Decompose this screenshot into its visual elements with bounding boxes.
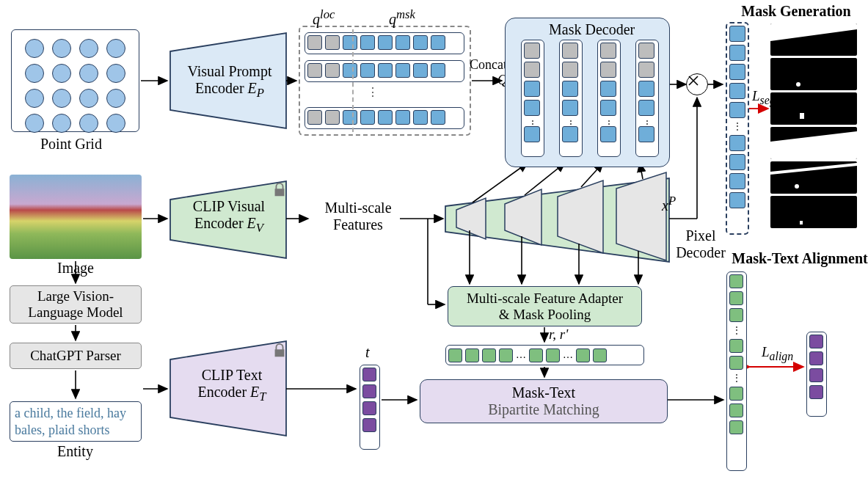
svg-marker-43 (770, 23, 857, 41)
pixel-decoder-shape (445, 178, 669, 262)
lvlm-box: Large Vision-Language Model (10, 285, 142, 324)
mask-text-matching: Mask-Text Bipartite Matching (420, 379, 668, 423)
svg-marker-5 (558, 180, 603, 253)
svg-rect-45 (800, 113, 804, 119)
clip-text-label: CLIP Text Encoder ET (181, 367, 282, 404)
msfeat-label: Multi-scaleFeatures (314, 200, 402, 233)
lock-icon (271, 182, 288, 198)
point-grid (11, 29, 139, 132)
clip-visual-label: CLIP Visual Encoder EV (178, 198, 280, 235)
svg-rect-49 (800, 221, 803, 224)
lock-icon (271, 343, 288, 359)
vpe-label: Visual Prompt Encoder E_PEP (179, 63, 280, 101)
decoder-col: ⋮ (635, 40, 659, 157)
parser-box: ChatGPT Parser (10, 343, 142, 369)
query-row (304, 107, 464, 129)
mask-thumb (770, 92, 857, 125)
mask-thumb (770, 58, 857, 90)
mask-output-tokens: ⋮ (726, 22, 749, 235)
svg-marker-3 (456, 198, 486, 239)
q-split-divider (352, 29, 354, 132)
qloc-label: qloc (313, 7, 335, 28)
svg-line-41 (689, 76, 698, 85)
mask-thumb (770, 196, 857, 228)
svg-point-48 (795, 184, 799, 189)
r-tokens: …… (445, 345, 644, 365)
mask-thumb (770, 23, 857, 56)
entity-list: a child, the field, hay bales, plaid sho… (10, 401, 142, 442)
svg-line-42 (689, 76, 698, 85)
svg-line-16 (525, 163, 565, 195)
matched-text-tokens (806, 332, 827, 417)
t-tokens (360, 365, 380, 450)
input-image (10, 175, 142, 259)
svg-line-15 (473, 163, 528, 202)
aligned-green-tokens: ⋮ ⋮ (726, 271, 747, 471)
mask-thumbnails (770, 23, 858, 228)
xp-label: xP (662, 194, 676, 214)
rr-label: r, r' (549, 326, 568, 343)
pixel-decoder-label: PixelDecoder (675, 227, 726, 261)
mask-align-title: Mask-Text Alignment (726, 250, 868, 267)
mask-decoder-title: Mask Decoder (549, 21, 635, 38)
matmul-icon (686, 73, 708, 95)
mask-thumb (770, 161, 857, 194)
t-label: t (365, 344, 370, 361)
entity-label: Entity (57, 443, 93, 460)
mask-generation-title: Mask Generation (734, 3, 858, 20)
image-label: Image (57, 260, 94, 277)
query-row (304, 32, 464, 54)
svg-point-44 (796, 82, 800, 87)
svg-marker-47 (770, 163, 857, 175)
decoder-col: ⋮ (521, 40, 544, 157)
adapter-box: Multi-scale Feature Adapter & Mask Pooli… (448, 286, 642, 326)
decoder-col: ⋮ (597, 40, 621, 157)
query-row (304, 60, 464, 82)
svg-marker-6 (616, 172, 666, 260)
lalign-label: Lalign (762, 344, 793, 363)
svg-marker-4 (505, 189, 541, 245)
point-grid-label: Point Grid (40, 136, 102, 153)
qmsk-label: qmsk (389, 7, 415, 28)
mask-thumb (770, 127, 857, 159)
decoder-col: ⋮ (559, 40, 583, 157)
svg-marker-46 (770, 131, 857, 159)
